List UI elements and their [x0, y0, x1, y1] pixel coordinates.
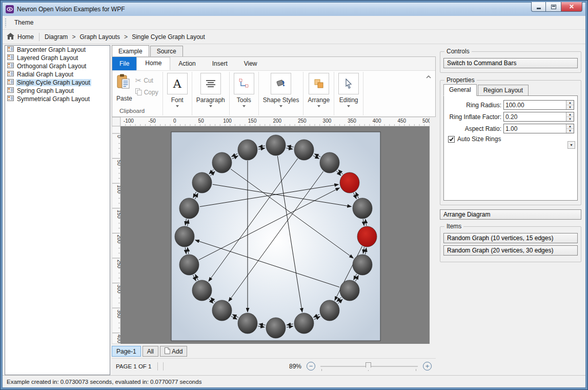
ribbon: File HomeActionInsertView [112, 56, 436, 117]
property-field: Aspect Ratio:1.00▲▼ [446, 124, 574, 133]
ring-radius-input[interactable]: 100.00▲▼ [503, 100, 574, 110]
prop-tab-region-layout[interactable]: Region Layout [478, 85, 529, 96]
tools-button[interactable]: Tools [234, 73, 254, 107]
tree-item[interactable]: Orthogonal Graph Layout [5, 62, 110, 70]
view-status-bar: PAGE 1 OF 1 89% − + [112, 358, 436, 374]
editing-button[interactable]: Editing [338, 73, 359, 107]
graph-node[interactable] [294, 140, 314, 160]
graph-node[interactable] [179, 255, 199, 275]
paste-button[interactable]: Paste [116, 74, 132, 102]
zoom-in-icon[interactable]: + [423, 362, 432, 371]
ribbon-group-paragraph: Paragraph [192, 71, 229, 116]
ring-inflate-factor-input[interactable]: 0.20▲▼ [503, 112, 574, 122]
auto-size-rings-row[interactable]: Auto Size Rings [448, 135, 574, 143]
graph-node[interactable] [353, 255, 372, 275]
svg-text:400: 400 [116, 335, 120, 343]
spin-down-icon[interactable]: ▼ [566, 128, 574, 133]
copy-button[interactable]: Copy [135, 87, 158, 98]
dropdown-arrow-icon [209, 105, 212, 107]
graph-node[interactable] [294, 313, 314, 334]
dropdown-arrow-button[interactable]: ▼ [567, 141, 575, 149]
breadcrumb-item-diagram[interactable]: Diagram [45, 33, 68, 41]
random-graph-button-2[interactable]: Random Graph (20 vertices, 30 edges) [443, 245, 578, 256]
svg-text:300: 300 [323, 118, 332, 124]
tree-item[interactable]: Layered Graph Layout [5, 54, 110, 62]
svg-text:-100: -100 [124, 118, 134, 124]
toolbar-grip[interactable] [5, 18, 7, 27]
spinner-buttons[interactable]: ▲▼ [566, 101, 574, 109]
dropdown-arrow-icon [347, 105, 350, 107]
zoom-slider[interactable] [320, 362, 418, 371]
graph-node[interactable] [266, 318, 286, 338]
ribbon-collapse-button[interactable] [426, 73, 431, 80]
tree-item[interactable]: Barycenter Graph Layout [5, 46, 110, 54]
spin-up-icon[interactable]: ▲ [566, 124, 574, 128]
tree-item-label: Barycenter Graph Layout [16, 46, 87, 53]
ribbon-tab-home[interactable]: Home [136, 57, 170, 70]
tree-item[interactable]: Spring Graph Layout [5, 87, 110, 95]
page-tab-add[interactable]: Add [160, 346, 187, 357]
tab-example[interactable]: Example [112, 45, 149, 56]
graph-node[interactable] [175, 226, 194, 247]
example-item-icon [7, 46, 14, 53]
graph-node[interactable] [266, 135, 286, 155]
graph-node[interactable] [238, 313, 257, 334]
spin-down-icon[interactable]: ▼ [566, 105, 574, 109]
ribbon-group-label: Editing [339, 96, 358, 104]
minimize-button[interactable] [531, 2, 546, 12]
arrange-diagram-button[interactable]: Arrange Diagram [440, 209, 581, 220]
graph-node[interactable] [353, 198, 372, 219]
tree-item[interactable]: Symmetrical Graph Layout [5, 95, 110, 103]
graph-node[interactable] [212, 152, 232, 173]
page-tab-page-1[interactable]: Page-1 [112, 346, 141, 357]
graph-node-red[interactable] [340, 172, 359, 193]
vertical-ruler: 050100150200250300350400450 [112, 126, 120, 344]
zoom-out-icon[interactable]: − [307, 362, 315, 371]
prop-tab-general[interactable]: General [443, 84, 477, 96]
graph-node[interactable] [340, 280, 359, 301]
graph-node[interactable] [320, 152, 339, 173]
spinner-buttons[interactable]: ▲▼ [566, 112, 574, 121]
graph-node[interactable] [320, 300, 339, 321]
font-button[interactable]: AFont [167, 73, 188, 107]
menu-theme[interactable]: Theme [10, 17, 37, 28]
spin-up-icon[interactable]: ▲ [566, 101, 574, 105]
spinner-buttons[interactable]: ▲▼ [566, 124, 574, 133]
page-tab-all[interactable]: All [143, 346, 158, 357]
home-icon[interactable] [7, 33, 14, 41]
ribbon-tab-action[interactable]: Action [170, 58, 204, 70]
graph-node[interactable] [192, 280, 212, 301]
breadcrumb-item-graph-layouts[interactable]: Graph Layouts [79, 33, 120, 41]
graph-node[interactable] [238, 140, 257, 160]
aspect-ratio-input[interactable]: 1.00▲▼ [503, 124, 574, 133]
tab-source[interactable]: Source [150, 46, 183, 56]
items-group-label: Items [444, 223, 463, 230]
svg-text:350: 350 [116, 309, 120, 318]
tree-item[interactable]: Single Cycle Graph Layout [5, 79, 110, 87]
svg-text:50: 50 [116, 160, 120, 166]
auto-size-rings-checkbox[interactable] [448, 136, 455, 143]
diagram-canvas[interactable] [120, 126, 430, 344]
svg-text:100: 100 [116, 185, 120, 193]
graph-node[interactable] [179, 198, 199, 219]
ribbon-tab-insert[interactable]: Insert [204, 58, 236, 70]
maximize-button[interactable] [546, 2, 561, 12]
graph-node[interactable] [212, 300, 232, 321]
arrange-button[interactable]: Arrange [308, 73, 330, 107]
cut-button[interactable]: ✂ Cut [135, 75, 158, 86]
close-button[interactable]: ✕ [561, 2, 582, 12]
switch-to-command-bars-button[interactable]: Switch to Command Bars [443, 58, 578, 68]
ribbon-tab-view[interactable]: View [236, 58, 266, 70]
tree-item[interactable]: Radial Graph Layout [5, 70, 110, 79]
graph-node-red[interactable] [357, 226, 377, 247]
spin-up-icon[interactable]: ▲ [566, 112, 574, 116]
shape-styles-button[interactable]: Shape Styles [263, 73, 299, 107]
graph-node[interactable] [192, 172, 212, 193]
breadcrumb-home[interactable]: Home [17, 33, 34, 41]
svg-text:-50: -50 [148, 118, 156, 124]
spin-down-icon[interactable]: ▼ [566, 116, 574, 121]
paragraph-button[interactable]: Paragraph [196, 73, 225, 107]
zoom-slider-thumb[interactable] [366, 362, 371, 371]
random-graph-button-1[interactable]: Random Graph (10 vertices, 15 edges) [443, 233, 578, 243]
ribbon-tab-file[interactable]: File [112, 57, 136, 70]
